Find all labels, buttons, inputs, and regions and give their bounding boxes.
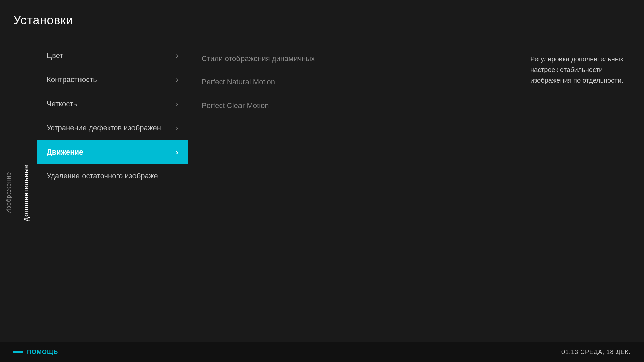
submenu-item-styles-label: Стили отображения динамичных (202, 54, 315, 63)
vertical-tabs: Изображение Дополнительные (0, 44, 37, 342)
menu-item-motion[interactable]: Движение (37, 140, 188, 164)
chevron-right-icon (176, 123, 178, 133)
menu-item-artifacts[interactable]: Устранение дефектов изображен (37, 116, 188, 140)
submenu-item-styles[interactable]: Стили отображения динамичных (188, 47, 517, 70)
description-text: Регулировка дополнительных настроек стаб… (530, 54, 631, 86)
main-layout: Изображение Дополнительные Цвет Контраст… (0, 44, 644, 342)
menu-item-contrast-label: Контрастность (47, 75, 97, 84)
help-button[interactable]: ПОМОЩЬ (13, 349, 58, 356)
submenu-item-perfect-clear-label: Perfect Clear Motion (202, 101, 269, 110)
datetime: 01:13 СРЕДА, 18 ДЕК. (561, 349, 631, 356)
tab-additional-label: Дополнительные (23, 164, 30, 221)
tab-additional[interactable]: Дополнительные (17, 44, 35, 342)
chevron-right-icon (176, 99, 178, 109)
menu-column: Цвет Контрастность Четкость Устранение д… (37, 44, 188, 342)
description-column: Регулировка дополнительных настроек стаб… (517, 44, 644, 342)
menu-item-color-label: Цвет (47, 51, 63, 60)
menu-item-sharpness[interactable]: Четкость (37, 92, 188, 116)
help-icon (13, 351, 23, 353)
menu-item-artifacts-label: Устранение дефектов изображен (47, 124, 161, 132)
tab-image-label: Изображение (5, 172, 12, 214)
submenu-item-perfect-clear[interactable]: Perfect Clear Motion (188, 94, 517, 117)
submenu-column: Стили отображения динамичных Perfect Nat… (188, 44, 517, 342)
chevron-right-icon (176, 75, 178, 84)
menu-item-burn-in-label: Удаление остаточного изображе (47, 172, 158, 180)
submenu-item-perfect-natural[interactable]: Perfect Natural Motion (188, 70, 517, 94)
menu-item-sharpness-label: Четкость (47, 100, 77, 108)
tab-image[interactable]: Изображение (0, 44, 17, 342)
menu-item-color[interactable]: Цвет (37, 44, 188, 68)
chevron-right-icon (176, 51, 178, 60)
menu-item-burn-in[interactable]: Удаление остаточного изображе (37, 164, 188, 188)
help-label: ПОМОЩЬ (27, 349, 58, 356)
bottom-bar: ПОМОЩЬ 01:13 СРЕДА, 18 ДЕК. (0, 342, 644, 362)
page-title: Установки (13, 13, 73, 27)
chevron-right-icon (176, 147, 178, 157)
menu-item-motion-label: Движение (47, 148, 83, 157)
menu-item-contrast[interactable]: Контрастность (37, 68, 188, 92)
submenu-item-perfect-natural-label: Perfect Natural Motion (202, 78, 275, 86)
